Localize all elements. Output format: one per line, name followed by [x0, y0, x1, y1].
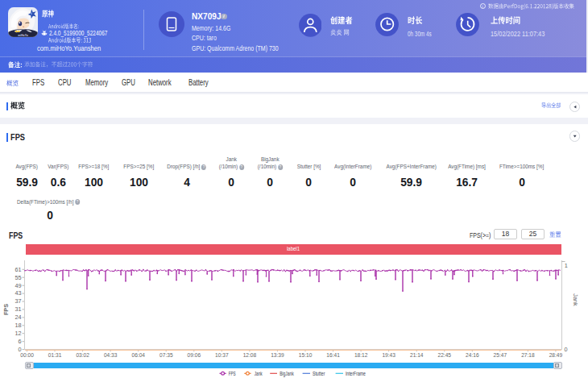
svg-text:Stutter: Stutter [313, 371, 325, 376]
svg-text:BigJank: BigJank [280, 371, 294, 377]
svg-text:Jank: Jank [255, 371, 263, 376]
svg-text:InterFrame: InterFrame [346, 371, 366, 376]
svg-text:FPS: FPS [229, 371, 236, 376]
